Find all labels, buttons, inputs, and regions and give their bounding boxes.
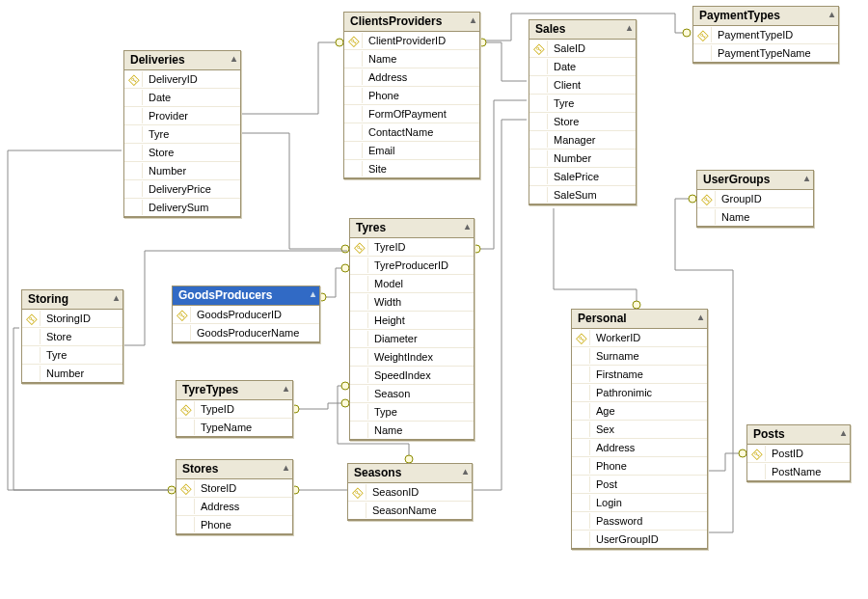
expand-icon[interactable]: ▴ <box>804 173 809 183</box>
column-row[interactable]: Season <box>350 384 474 402</box>
column-row[interactable]: GoodsProducerName <box>173 323 319 341</box>
column-row[interactable]: Pathronimic <box>572 383 707 401</box>
column-row[interactable]: Provider <box>124 106 240 124</box>
column-row[interactable]: ⚿GroupID <box>697 190 813 207</box>
column-row[interactable]: SalePrice <box>529 167 636 185</box>
column-row[interactable]: PostName <box>747 462 850 480</box>
column-row[interactable]: SpeedIndex <box>350 366 474 384</box>
column-row[interactable]: Number <box>22 364 122 382</box>
expand-icon[interactable]: ▴ <box>465 221 470 231</box>
table-clientsproviders[interactable]: ClientsProviders▴⚿ClientProviderIDNameAd… <box>343 12 480 179</box>
column-row[interactable]: ⚿SaleID <box>529 40 636 57</box>
column-row[interactable]: ⚿PostID <box>747 445 850 462</box>
table-personal[interactable]: Personal▴⚿WorkerIDSurnameFirstnamePathro… <box>571 309 708 550</box>
column-row[interactable]: Width <box>350 292 474 311</box>
column-row[interactable]: ⚿GoodsProducerID <box>173 306 319 323</box>
column-row[interactable]: ⚿StoringID <box>22 310 122 327</box>
table-title[interactable]: ClientsProviders▴ <box>344 13 479 32</box>
column-row[interactable]: Height <box>350 311 474 329</box>
column-row[interactable]: Date <box>124 88 240 106</box>
column-row[interactable]: Store <box>22 327 122 345</box>
table-paymenttypes[interactable]: PaymentTypes▴⚿PaymentTypeIDPaymentTypeNa… <box>692 6 839 64</box>
table-goodsproducers[interactable]: GoodsProducers▴⚿GoodsProducerIDGoodsProd… <box>172 286 320 343</box>
column-row[interactable]: ⚿StoreID <box>176 479 292 497</box>
table-title[interactable]: Stores▴ <box>176 460 292 479</box>
expand-icon[interactable]: ▴ <box>627 22 632 33</box>
table-title[interactable]: Personal▴ <box>572 310 707 329</box>
expand-icon[interactable]: ▴ <box>829 9 834 19</box>
column-row[interactable]: Address <box>572 438 707 456</box>
expand-icon[interactable]: ▴ <box>231 53 236 64</box>
table-title[interactable]: Posts▴ <box>747 425 850 445</box>
column-row[interactable]: Number <box>124 161 240 179</box>
expand-icon[interactable]: ▴ <box>284 383 288 394</box>
column-row[interactable]: WeightIndex <box>350 347 474 366</box>
column-row[interactable]: ContactName <box>344 123 479 141</box>
table-stores[interactable]: Stores▴⚿StoreIDAddressPhone <box>176 459 293 535</box>
column-row[interactable]: FormOfPayment <box>344 104 479 123</box>
table-tyretypes[interactable]: TyreTypes▴⚿TypeIDTypeName <box>176 380 293 438</box>
table-deliveries[interactable]: Deliveries▴⚿DeliveryIDDateProviderTyreSt… <box>123 50 241 218</box>
column-row[interactable]: Name <box>697 207 813 226</box>
column-row[interactable]: DeliverySum <box>124 198 240 216</box>
column-row[interactable]: Tyre <box>124 124 240 143</box>
column-row[interactable]: Tyre <box>22 345 122 364</box>
table-title[interactable]: UserGroups▴ <box>697 171 813 190</box>
column-row[interactable]: TyreProducerID <box>350 256 474 274</box>
table-title[interactable]: Tyres▴ <box>350 219 474 238</box>
column-row[interactable]: Phone <box>344 86 479 104</box>
column-row[interactable]: ⚿DeliveryID <box>124 70 240 88</box>
column-row[interactable]: Firstname <box>572 365 707 383</box>
column-row[interactable]: Password <box>572 511 707 530</box>
table-title[interactable]: Seasons▴ <box>348 464 472 483</box>
table-title[interactable]: Deliveries▴ <box>124 51 240 70</box>
column-row[interactable]: Model <box>350 274 474 292</box>
column-row[interactable]: Name <box>350 421 474 439</box>
column-row[interactable]: ⚿SeasonID <box>348 483 472 501</box>
expand-icon[interactable]: ▴ <box>311 288 315 299</box>
expand-icon[interactable]: ▴ <box>841 427 846 438</box>
expand-icon[interactable]: ▴ <box>284 462 288 473</box>
column-row[interactable]: SeasonName <box>348 501 472 519</box>
column-row[interactable]: Age <box>572 401 707 420</box>
table-usergroups[interactable]: UserGroups▴⚿GroupIDName <box>696 170 814 228</box>
column-row[interactable]: Store <box>124 143 240 161</box>
column-row[interactable]: Diameter <box>350 329 474 347</box>
column-row[interactable]: ⚿TypeID <box>176 400 292 418</box>
column-row[interactable]: Tyre <box>529 94 636 112</box>
column-row[interactable]: Phone <box>176 515 292 533</box>
column-row[interactable]: Address <box>344 68 479 86</box>
column-row[interactable]: Type <box>350 402 474 421</box>
expand-icon[interactable]: ▴ <box>463 466 468 476</box>
column-row[interactable]: Phone <box>572 456 707 475</box>
expand-icon[interactable]: ▴ <box>114 292 119 303</box>
column-row[interactable]: ⚿ClientProviderID <box>344 32 479 49</box>
column-row[interactable]: ⚿PaymentTypeID <box>693 26 838 43</box>
column-row[interactable]: Site <box>344 159 479 177</box>
column-row[interactable]: Sex <box>572 420 707 438</box>
table-tyres[interactable]: Tyres▴⚿TyreIDTyreProducerIDModelWidthHei… <box>349 218 475 441</box>
column-row[interactable]: Login <box>572 493 707 511</box>
table-title[interactable]: Sales▴ <box>529 20 636 40</box>
column-row[interactable]: Email <box>344 141 479 159</box>
column-row[interactable]: Number <box>529 149 636 167</box>
column-row[interactable]: Manager <box>529 130 636 149</box>
table-seasons[interactable]: Seasons▴⚿SeasonIDSeasonName <box>347 463 473 521</box>
column-row[interactable]: Date <box>529 57 636 75</box>
column-row[interactable]: ⚿TyreID <box>350 238 474 256</box>
column-row[interactable]: Name <box>344 49 479 68</box>
expand-icon[interactable]: ▴ <box>698 312 703 322</box>
table-storing[interactable]: Storing▴⚿StoringIDStoreTyreNumber <box>21 289 123 384</box>
table-posts[interactable]: Posts▴⚿PostIDPostName <box>746 424 851 482</box>
table-title[interactable]: PaymentTypes▴ <box>693 7 838 26</box>
table-title[interactable]: GoodsProducers▴ <box>173 286 319 306</box>
column-row[interactable]: Store <box>529 112 636 130</box>
column-row[interactable]: ⚿WorkerID <box>572 329 707 346</box>
column-row[interactable]: PaymentTypeName <box>693 43 838 62</box>
column-row[interactable]: Address <box>176 497 292 515</box>
column-row[interactable]: Surname <box>572 346 707 365</box>
column-row[interactable]: DeliveryPrice <box>124 179 240 198</box>
expand-icon[interactable]: ▴ <box>471 14 475 25</box>
column-row[interactable]: TypeName <box>176 418 292 436</box>
table-title[interactable]: TyreTypes▴ <box>176 381 292 400</box>
